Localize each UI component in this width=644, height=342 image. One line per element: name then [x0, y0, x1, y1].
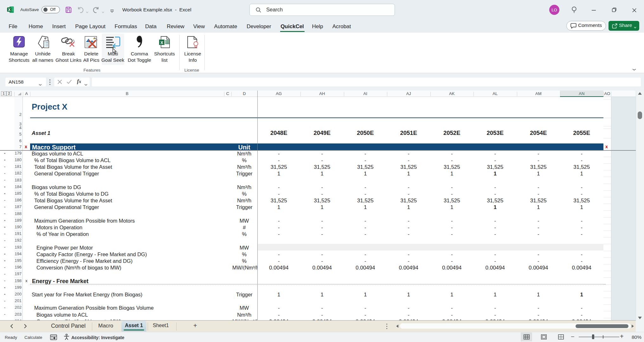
- svg-text:X: X: [160, 40, 163, 45]
- svg-text:X: X: [8, 8, 10, 12]
